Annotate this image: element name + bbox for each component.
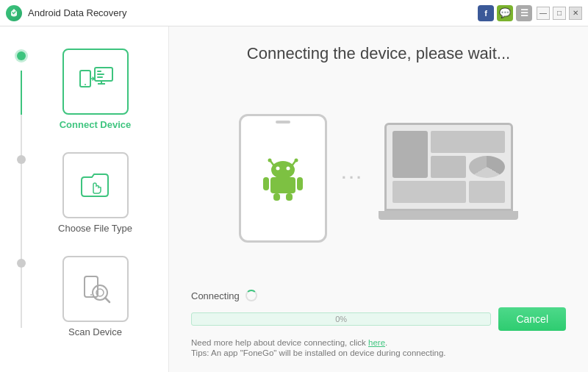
connecting-label: Connecting bbox=[191, 290, 240, 301]
loading-spinner bbox=[245, 290, 257, 301]
svg-point-19 bbox=[286, 167, 290, 171]
progress-bar-container: 0% bbox=[191, 312, 491, 326]
laptop-base bbox=[379, 211, 518, 220]
svg-rect-5 bbox=[97, 76, 103, 78]
scan-device-svg bbox=[77, 271, 114, 307]
svg-rect-20 bbox=[270, 177, 295, 193]
progress-row: 0% Cancel bbox=[191, 307, 566, 331]
step-dot-connect bbox=[17, 51, 26, 60]
maximize-button[interactable]: □ bbox=[553, 7, 566, 20]
svg-point-17 bbox=[271, 161, 295, 179]
step-dot-scan bbox=[17, 259, 26, 268]
titlebar: Android Data Recovery f 💬 ☰ — □ ✕ bbox=[0, 0, 588, 26]
step-label-connect: Connect Device bbox=[60, 119, 132, 130]
progress-label: 0% bbox=[335, 315, 347, 323]
help-text-label: Need more help about device connecting, … bbox=[191, 338, 368, 347]
step-label-scan: Scan Device bbox=[68, 326, 122, 337]
svg-point-9 bbox=[90, 294, 92, 296]
laptop-illustration bbox=[379, 123, 518, 233]
phone-illustration bbox=[239, 114, 327, 243]
cancel-button[interactable]: Cancel bbox=[498, 307, 566, 331]
choose-file-svg bbox=[77, 167, 114, 204]
step-connect-device[interactable]: Connect Device bbox=[0, 41, 168, 145]
content-area: Connecting the device, please wait... bbox=[169, 26, 588, 372]
help-link[interactable]: here bbox=[368, 338, 385, 347]
connect-device-svg bbox=[76, 62, 115, 101]
svg-rect-21 bbox=[263, 177, 269, 190]
facebook-icon[interactable]: f bbox=[478, 5, 494, 21]
tips-text: Tips: An app "FoneGo" will be installed … bbox=[191, 348, 566, 357]
svg-rect-24 bbox=[286, 193, 293, 201]
sidebar: Connect Device Choose File Type bbox=[0, 26, 169, 372]
svg-rect-4 bbox=[97, 74, 104, 75]
svg-rect-23 bbox=[273, 193, 280, 201]
svg-rect-3 bbox=[97, 71, 101, 72]
app-title: Android Data Recovery bbox=[28, 7, 478, 18]
connecting-dots: ··· bbox=[342, 168, 364, 187]
device-illustration: ··· bbox=[191, 78, 566, 278]
scan-device-icon-box bbox=[62, 256, 129, 322]
close-button[interactable]: ✕ bbox=[569, 7, 582, 20]
app-logo bbox=[6, 5, 22, 21]
svg-point-15 bbox=[268, 159, 271, 162]
step-dot-choose bbox=[17, 155, 26, 164]
bottom-section: Connecting 0% Cancel Need more help abou… bbox=[191, 290, 566, 357]
social-buttons: f 💬 ☰ bbox=[478, 5, 532, 21]
connect-device-icon-box bbox=[62, 49, 129, 115]
window-controls: — □ ✕ bbox=[537, 7, 582, 20]
android-robot-svg bbox=[257, 152, 309, 204]
svg-point-16 bbox=[294, 159, 298, 162]
step-label-choose: Choose File Type bbox=[58, 223, 132, 234]
main-container: Connect Device Choose File Type bbox=[0, 26, 588, 372]
wechat-icon[interactable]: 💬 bbox=[497, 5, 513, 21]
svg-point-7 bbox=[85, 84, 86, 85]
connecting-status: Connecting bbox=[191, 290, 566, 301]
svg-point-18 bbox=[276, 167, 279, 171]
choose-file-type-icon-box bbox=[62, 152, 129, 218]
content-title: Connecting the device, please wait... bbox=[191, 44, 566, 63]
step-choose-file-type[interactable]: Choose File Type bbox=[0, 145, 168, 248]
help-text: Need more help about device connecting, … bbox=[191, 338, 566, 347]
svg-line-12 bbox=[105, 298, 110, 302]
laptop-screen bbox=[384, 123, 513, 211]
svg-rect-22 bbox=[297, 177, 303, 190]
chat-icon[interactable]: ☰ bbox=[516, 5, 532, 21]
minimize-button[interactable]: — bbox=[537, 7, 550, 20]
step-scan-device[interactable]: Scan Device bbox=[0, 248, 168, 352]
